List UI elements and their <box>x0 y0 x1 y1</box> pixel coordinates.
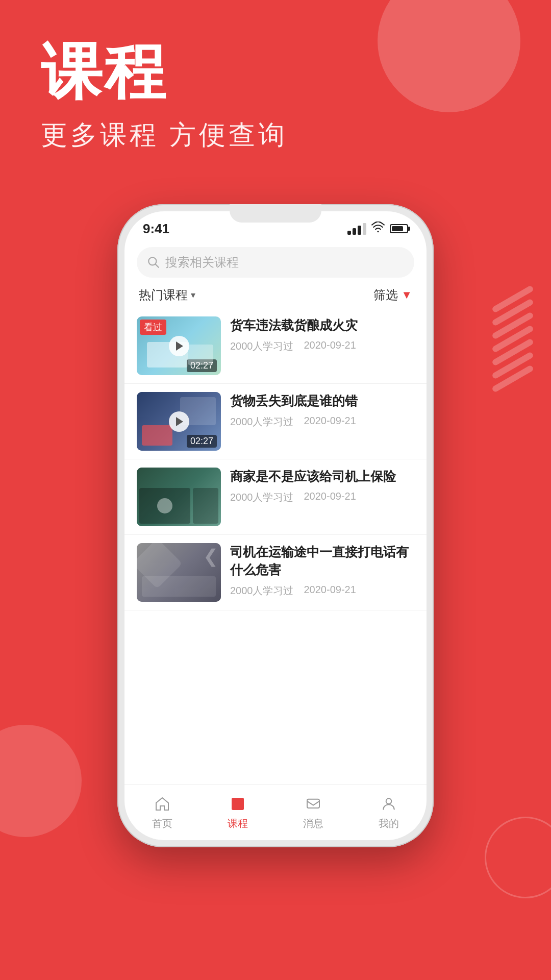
svg-point-8 <box>386 798 392 804</box>
course-thumbnail-1: 看过 02:27 <box>137 316 221 375</box>
bg-circle-bottom-right <box>485 817 551 898</box>
search-bar[interactable]: 搜索相关课程 <box>137 247 414 278</box>
nav-item-course[interactable]: 课程 <box>200 794 276 830</box>
category-label: 热门课程 <box>139 287 188 303</box>
course-date-3: 2020-09-21 <box>304 491 356 504</box>
svg-rect-5 <box>234 803 241 804</box>
course-item-3[interactable]: 商家是不是应该给司机上保险 2000人学习过 2020-09-21 <box>124 459 427 535</box>
nav-label-home: 首页 <box>152 817 172 830</box>
nav-item-home[interactable]: 首页 <box>124 794 200 830</box>
nav-item-message[interactable]: 消息 <box>276 794 351 830</box>
course-date-1: 2020-09-21 <box>304 339 356 353</box>
course-meta-1: 2000人学习过 2020-09-21 <box>230 339 414 353</box>
filter-icon: ▼ <box>401 288 412 302</box>
course-meta-2: 2000人学习过 2020-09-21 <box>230 415 414 429</box>
course-thumbnail-3 <box>137 468 221 526</box>
learner-count-3: 2000人学习过 <box>230 491 294 504</box>
course-item-4[interactable]: ❮ 司机在运输途中一直接打电话有什么危害 2000人学习过 2020-09-21 <box>124 535 427 610</box>
battery-icon <box>390 224 408 233</box>
nav-item-mine[interactable]: 我的 <box>351 794 427 830</box>
learner-count-1: 2000人学习过 <box>230 339 294 353</box>
course-thumbnail-2: 02:27 <box>137 392 221 451</box>
phone-outer: 9:41 <box>117 204 434 847</box>
course-meta-3: 2000人学习过 2020-09-21 <box>230 491 414 504</box>
svg-rect-4 <box>234 801 241 802</box>
bg-circle-top-right <box>378 0 520 112</box>
play-button-1[interactable] <box>169 336 189 356</box>
course-title-3: 商家是不是应该给司机上保险 <box>230 468 414 485</box>
category-filter[interactable]: 热门课程 ▾ <box>139 287 195 303</box>
watched-badge: 看过 <box>140 320 166 335</box>
course-list: 看过 02:27 货车违法载货酿成火灾 2000人学习过 2020-09-21 <box>124 308 427 784</box>
course-meta-4: 2000人学习过 2020-09-21 <box>230 584 414 598</box>
status-icons <box>347 222 408 236</box>
wifi-icon <box>371 222 385 236</box>
phone-screen: 9:41 <box>124 211 427 840</box>
course-info-1: 货车违法载货酿成火灾 2000人学习过 2020-09-21 <box>221 316 414 353</box>
signal-icon <box>347 223 366 235</box>
header-section: 课程 更多课程 方便查询 <box>41 41 288 153</box>
play-button-2[interactable] <box>169 411 189 432</box>
course-thumbnail-4: ❮ <box>137 543 221 602</box>
mine-icon <box>379 794 398 814</box>
bottom-nav: 首页 课程 <box>124 784 427 840</box>
svg-line-2 <box>156 264 159 267</box>
course-item-2[interactable]: 02:27 货物丢失到底是谁的错 2000人学习过 2020-09-21 <box>124 384 427 459</box>
course-item-1[interactable]: 看过 02:27 货车违法载货酿成火灾 2000人学习过 2020-09-21 <box>124 308 427 384</box>
course-title-4: 司机在运输途中一直接打电话有什么危害 <box>230 543 414 579</box>
filter-button[interactable]: 筛选 ▼ <box>373 287 412 303</box>
svg-rect-6 <box>234 806 238 807</box>
course-title-2: 货物丢失到底是谁的错 <box>230 392 414 410</box>
page-title: 课程 <box>41 41 288 102</box>
course-icon <box>228 794 247 814</box>
status-time: 9:41 <box>143 221 169 237</box>
course-info-3: 商家是不是应该给司机上保险 2000人学习过 2020-09-21 <box>221 468 414 504</box>
nav-label-course: 课程 <box>228 817 248 830</box>
message-icon <box>304 794 323 814</box>
svg-rect-7 <box>307 799 319 808</box>
search-icon <box>147 256 160 269</box>
course-info-2: 货物丢失到底是谁的错 2000人学习过 2020-09-21 <box>221 392 414 429</box>
home-icon <box>153 794 172 814</box>
dropdown-arrow-icon: ▾ <box>191 289 195 301</box>
bg-decorative-lines <box>490 296 536 378</box>
course-date-4: 2020-09-21 <box>304 584 356 598</box>
course-info-4: 司机在运输途中一直接打电话有什么危害 2000人学习过 2020-09-21 <box>221 543 414 598</box>
bg-circle-bottom-left <box>0 725 82 837</box>
learner-count-2: 2000人学习过 <box>230 415 294 429</box>
svg-point-0 <box>377 231 379 232</box>
filter-row: 热门课程 ▾ 筛选 ▼ <box>124 278 427 308</box>
phone-notch <box>230 204 321 223</box>
page-subtitle: 更多课程 方便查询 <box>41 117 288 153</box>
learner-count-4: 2000人学习过 <box>230 584 294 598</box>
duration-badge-1: 02:27 <box>187 359 217 372</box>
phone-mockup: 9:41 <box>117 204 434 847</box>
course-title-1: 货车违法载货酿成火灾 <box>230 316 414 334</box>
search-placeholder: 搜索相关课程 <box>165 254 239 271</box>
duration-badge-2: 02:27 <box>187 435 217 448</box>
nav-label-mine: 我的 <box>379 817 399 830</box>
course-date-2: 2020-09-21 <box>304 415 356 429</box>
nav-label-message: 消息 <box>303 817 323 830</box>
filter-label: 筛选 <box>373 287 398 303</box>
